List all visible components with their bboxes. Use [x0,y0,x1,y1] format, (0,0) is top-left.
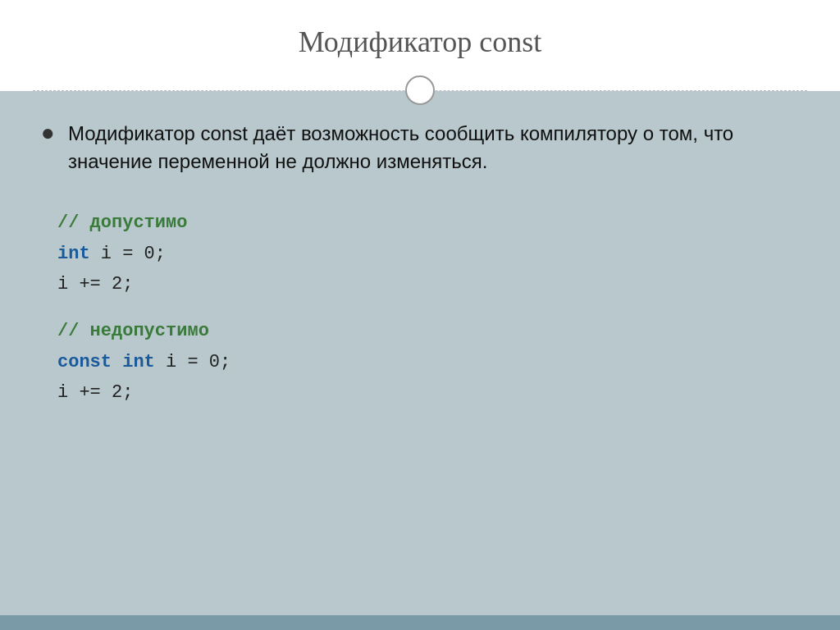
code-allowed-block: // допустимо int i = 0; i += 2; [57,208,799,299]
code-disallowed-block: // недопустимо const int i = 0; i += 2; [57,316,799,408]
code-comment-allowed-text: // допустимо [57,212,187,233]
slide-content: ● Модификатор const даёт возможность соо… [0,91,840,615]
code-line-increment-1: i += 2; [57,269,799,299]
code-line-increment-2-text: i += 2; [57,382,133,403]
code-comment-allowed: // допустимо [57,208,799,238]
code-comment-disallowed-text: // недопустимо [57,321,209,341]
code-line-const-int-rest: i = 0; [155,352,231,372]
code-keyword-const: const [57,352,112,372]
code-space-1 [112,352,122,372]
code-line-int-rest: i = 0; [90,244,166,264]
bottom-bar [0,615,840,630]
bullet-icon: ● [41,116,55,148]
slide-header: Модификатор const [0,0,840,91]
header-circle-decoration [405,75,435,105]
code-line-increment-1-text: i += 2; [57,274,133,294]
code-comment-disallowed: // недопустимо [57,316,799,346]
code-line-const-int: const int i = 0; [57,347,799,377]
slide: Модификатор const ● Модификатор const да… [0,0,840,630]
slide-title: Модификатор const [33,25,807,59]
code-keyword-int2: int [122,352,155,372]
code-line-increment-2: i += 2; [57,377,799,408]
code-keyword-int: int [57,244,90,264]
code-block-allowed: // допустимо int i = 0; i += 2; // недоп… [41,199,799,432]
bullet-point: ● Модификатор const даёт возможность соо… [41,120,799,175]
bullet-text: Модификатор const даёт возможность сообщ… [68,120,799,175]
code-line-int: int i = 0; [57,239,799,269]
